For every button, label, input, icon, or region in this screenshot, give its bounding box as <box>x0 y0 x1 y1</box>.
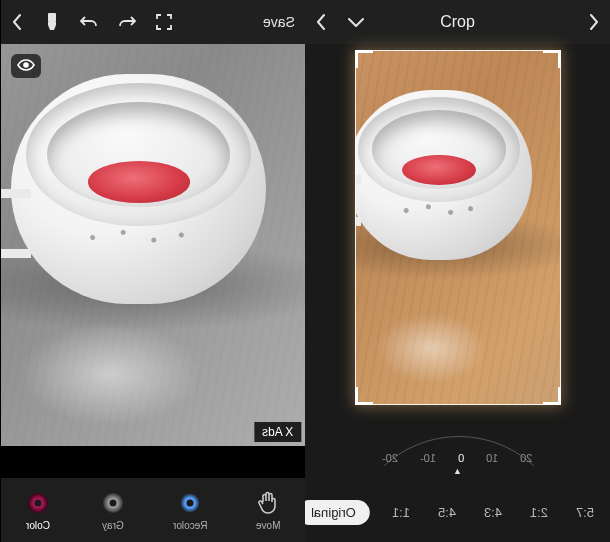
tool-bar: Move Recolor Gray Color <box>1 478 305 542</box>
chevron-right-icon[interactable] <box>11 13 25 31</box>
fullscreen-icon[interactable] <box>155 13 173 31</box>
dial-tick: -20 <box>382 452 398 464</box>
svg-point-1 <box>24 63 28 67</box>
rotation-dial[interactable]: 20 10 0 -10 -20 ▲ <box>305 442 610 482</box>
hand-icon <box>254 489 282 517</box>
svg-rect-0 <box>48 13 56 22</box>
ratio-2-1[interactable]: 2:1 <box>524 501 554 524</box>
save-button[interactable]: Save <box>263 14 295 30</box>
crop-box[interactable] <box>355 50 561 405</box>
brush-icon[interactable] <box>43 12 61 32</box>
svg-point-5 <box>109 500 116 507</box>
chevron-right-icon[interactable] <box>315 13 329 31</box>
ratio-1-1[interactable]: 1:1 <box>386 501 416 524</box>
chevron-left-icon[interactable] <box>586 13 600 31</box>
tool-gray[interactable]: Gray <box>99 489 127 531</box>
crop-frame[interactable] <box>355 50 561 405</box>
ads-badge[interactable]: X Ads <box>254 422 301 442</box>
aspect-ratio-bar: 5:7 2:1 4:3 4:5 1:1 Original <box>305 492 610 532</box>
ratio-4-3[interactable]: 4:3 <box>478 501 508 524</box>
recolor-icon <box>176 489 204 517</box>
crop-handle-bl[interactable] <box>355 387 373 405</box>
undo-icon[interactable] <box>117 14 137 30</box>
edit-canvas[interactable]: X Ads <box>1 44 305 478</box>
dial-tick: 0 <box>458 452 464 464</box>
dial-indicator: ▲ <box>305 466 610 476</box>
dial-tick: 10 <box>486 452 498 464</box>
crop-title: Crop <box>440 13 475 31</box>
color-icon <box>24 489 52 517</box>
crop-handle-tl[interactable] <box>355 50 373 68</box>
redo-icon[interactable] <box>79 14 99 30</box>
preview-toggle[interactable] <box>11 54 41 78</box>
crop-topbar: Crop <box>305 0 610 44</box>
ratio-original[interactable]: Original <box>297 500 370 525</box>
svg-point-3 <box>187 500 194 507</box>
ad-strip <box>1 446 305 478</box>
ratio-4-5[interactable]: 4:5 <box>432 501 462 524</box>
tool-move[interactable]: Move <box>254 489 282 531</box>
crop-handle-tr[interactable] <box>543 50 561 68</box>
crop-handle-br[interactable] <box>543 387 561 405</box>
tool-label: Color <box>26 520 50 531</box>
tool-label: Recolor <box>173 520 207 531</box>
tool-label: Gray <box>102 520 124 531</box>
edit-topbar: Save <box>1 0 305 44</box>
tool-label: Move <box>256 520 280 531</box>
eye-icon <box>17 57 35 75</box>
chevron-down-icon[interactable] <box>347 15 365 29</box>
tool-recolor[interactable]: Recolor <box>173 489 207 531</box>
edit-pane: Save <box>0 0 305 542</box>
ratio-5-7[interactable]: 5:7 <box>570 501 600 524</box>
gray-icon <box>99 489 127 517</box>
tool-color[interactable]: Color <box>24 489 52 531</box>
dial-tick: 20 <box>520 452 532 464</box>
dial-tick: -10 <box>420 452 436 464</box>
crop-pane: Crop <box>305 0 610 542</box>
svg-point-7 <box>35 500 42 507</box>
crop-canvas[interactable] <box>305 44 610 452</box>
